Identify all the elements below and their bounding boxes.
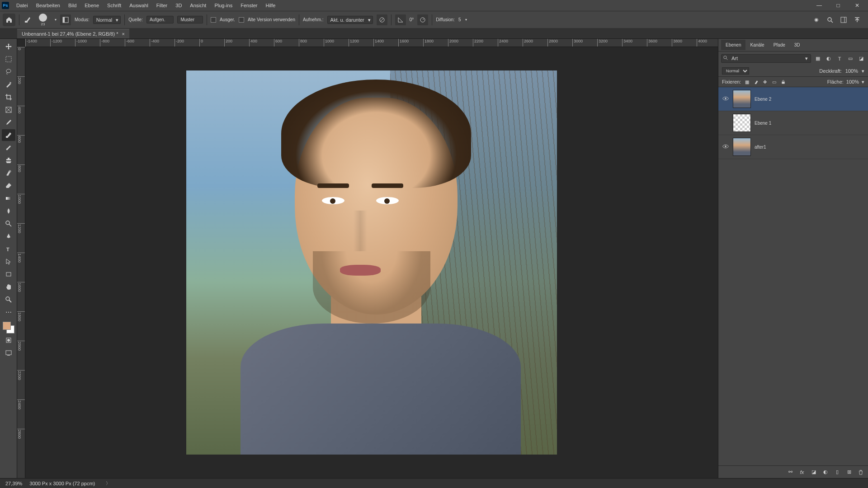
document-tab[interactable]: Unbenannt-1 bei 27,4% (Ebene 2, RGB/8) *… — [17, 29, 129, 38]
ignore-adjustment-button[interactable] — [377, 14, 387, 25]
aufgen-button[interactable]: Aufgen. — [146, 16, 174, 23]
menu-ansicht[interactable]: Ansicht — [186, 1, 210, 9]
layer-visibility-toggle[interactable] — [722, 143, 729, 151]
marquee-tool[interactable] — [2, 53, 15, 65]
filter-shape-icon[interactable]: ▭ — [846, 55, 854, 63]
angle-value[interactable]: 0° — [410, 17, 414, 22]
document-info[interactable]: 3000 Px x 3000 Px (72 ppcm) — [29, 481, 95, 486]
window-maximize[interactable]: □ — [829, 0, 847, 11]
magic-wand-tool[interactable] — [2, 79, 15, 90]
menu-schrift[interactable]: Schrift — [104, 1, 125, 9]
ausger-checkbox[interactable] — [211, 17, 216, 23]
chevron-down-icon[interactable]: ▾ — [862, 79, 864, 85]
home-button[interactable] — [3, 14, 15, 26]
filter-adjustment-icon[interactable]: ◐ — [825, 55, 833, 63]
blend-mode-select[interactable]: Normal ▾ — [93, 16, 121, 24]
dodge-tool[interactable] — [2, 218, 15, 230]
vertical-ruler[interactable]: 0200400600800100012001400160018002000220… — [17, 47, 25, 478]
menu-bearbeiten[interactable]: Bearbeiten — [33, 1, 64, 9]
layer-filter-select[interactable]: Art ▾ — [721, 54, 811, 63]
edit-toolbar[interactable]: ⋯ — [2, 306, 15, 318]
workspace-icon[interactable] — [839, 15, 848, 24]
fill-value[interactable]: 100% — [846, 79, 859, 84]
foreground-color-swatch[interactable] — [3, 322, 11, 330]
window-minimize[interactable]: — — [810, 0, 828, 11]
healing-brush-tool[interactable] — [2, 129, 15, 141]
eyedropper-tool[interactable] — [2, 117, 15, 128]
layer-style-icon[interactable]: fx — [798, 469, 806, 476]
link-layers-icon[interactable]: ⚯ — [787, 469, 794, 476]
move-tool[interactable] — [2, 41, 15, 52]
current-tool-icon[interactable] — [23, 15, 32, 24]
menu-plugins[interactable]: Plug-ins — [211, 1, 236, 9]
canvas-viewport[interactable] — [25, 47, 718, 478]
chevron-down-icon[interactable]: ▾ — [862, 68, 864, 74]
layer-mask-icon[interactable]: ◪ — [810, 469, 817, 476]
layer-row[interactable]: Ebene 1 — [718, 111, 868, 135]
path-selection-tool[interactable] — [2, 256, 15, 267]
pressure-button[interactable] — [417, 14, 428, 25]
history-brush-tool[interactable] — [2, 167, 15, 179]
canvas-image[interactable] — [186, 70, 557, 455]
brush-preview[interactable]: 23 — [36, 14, 50, 26]
filter-smartobject-icon[interactable]: ◪ — [857, 55, 865, 63]
close-icon[interactable]: × — [122, 31, 124, 37]
layer-row[interactable]: Ebene 2 — [718, 87, 868, 111]
window-close[interactable]: ✕ — [848, 0, 866, 11]
delete-layer-icon[interactable] — [857, 469, 864, 476]
muster-button[interactable]: Muster — [177, 16, 203, 23]
type-tool[interactable]: T — [2, 243, 15, 255]
diffusion-value[interactable]: 5 — [458, 17, 461, 22]
menu-hilfe[interactable]: Hilfe — [262, 1, 279, 9]
layer-blend-mode-select[interactable]: Normal — [722, 67, 749, 75]
lock-image-icon[interactable] — [753, 79, 759, 85]
chevron-down-icon[interactable]: ▾ — [55, 18, 57, 22]
rectangle-tool[interactable] — [2, 268, 15, 280]
filter-type-icon[interactable]: T — [835, 55, 844, 63]
layer-thumbnail[interactable] — [733, 90, 751, 108]
quick-mask-tool[interactable] — [2, 334, 15, 346]
menu-ebene[interactable]: Ebene — [81, 1, 103, 9]
layer-thumbnail[interactable] — [733, 114, 751, 132]
eraser-tool[interactable] — [2, 180, 15, 192]
pen-tool[interactable] — [2, 230, 15, 242]
menu-3d[interactable]: 3D — [172, 1, 185, 9]
tab-3d[interactable]: 3D — [790, 40, 805, 50]
lasso-tool[interactable] — [2, 66, 15, 78]
opacity-value[interactable]: 100% — [845, 68, 858, 74]
layer-name[interactable]: Ebene 2 — [755, 97, 771, 102]
chevron-right-icon[interactable]: 〉 — [106, 480, 110, 487]
clone-stamp-tool[interactable] — [2, 155, 15, 166]
new-layer-icon[interactable]: ⊞ — [845, 469, 853, 476]
blur-tool[interactable] — [2, 205, 15, 217]
adjustment-layer-icon[interactable]: ◐ — [822, 469, 829, 476]
cloud-icon[interactable]: ◉ — [812, 15, 821, 24]
layer-name[interactable]: after1 — [755, 145, 766, 150]
hand-tool[interactable] — [2, 281, 15, 293]
lock-position-icon[interactable]: ✥ — [762, 79, 768, 85]
menu-auswahl[interactable]: Auswahl — [126, 1, 152, 9]
zoom-tool[interactable] — [2, 294, 15, 305]
alte-version-checkbox[interactable] — [239, 17, 244, 23]
menu-fenster[interactable]: Fenster — [237, 1, 261, 9]
frame-tool[interactable] — [2, 104, 15, 116]
share-icon[interactable] — [853, 15, 862, 24]
sample-select[interactable]: Akt. u. darunter ▾ — [327, 16, 373, 24]
gradient-tool[interactable] — [2, 192, 15, 204]
filter-image-icon[interactable]: ▦ — [814, 55, 822, 63]
crop-tool[interactable] — [2, 91, 15, 103]
horizontal-ruler[interactable]: -1400-1200-1000-800-600-400-200020040060… — [25, 39, 718, 47]
search-icon[interactable] — [826, 15, 835, 24]
lock-all-icon[interactable] — [780, 79, 786, 85]
chevron-down-icon[interactable]: ▾ — [465, 18, 467, 22]
tab-ebenen[interactable]: Ebenen — [721, 40, 745, 50]
tab-pfade[interactable]: Pfade — [769, 40, 790, 50]
layer-thumbnail[interactable] — [733, 138, 751, 156]
lock-artboard-icon[interactable]: ▭ — [771, 79, 777, 85]
lock-transparency-icon[interactable]: ▦ — [744, 79, 750, 85]
brush-tool[interactable] — [2, 142, 15, 154]
color-swatches[interactable] — [3, 322, 14, 333]
menu-datei[interactable]: Datei — [13, 1, 32, 9]
screen-mode-tool[interactable] — [2, 347, 15, 359]
layer-name[interactable]: Ebene 1 — [755, 121, 771, 126]
